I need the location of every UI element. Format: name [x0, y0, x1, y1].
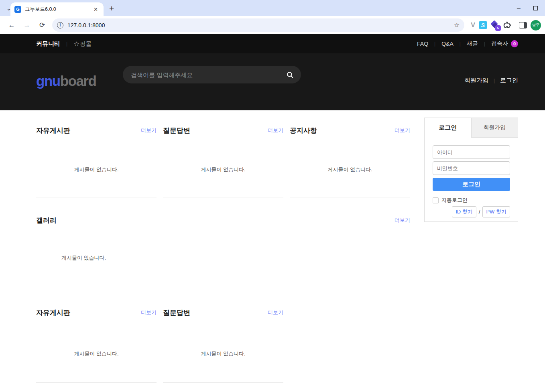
address-bar[interactable]: i 127.0.0.1:8000 ☆ — [52, 18, 464, 32]
logo-board: board — [60, 73, 96, 89]
tab-title: 그누보드6.0.0 — [25, 6, 92, 13]
extension-count-badge: 5 — [495, 25, 501, 31]
more-link[interactable]: 더보기 — [395, 217, 410, 224]
board-section-notice: 공지사항 더보기 게시물이 없습니다. — [290, 126, 410, 197]
login-submit-button[interactable]: 로그인 — [433, 178, 510, 191]
tab-login[interactable]: 로그인 — [425, 118, 471, 138]
section-title: 질문답변 — [163, 308, 190, 317]
back-button[interactable]: ← — [6, 21, 17, 29]
browser-tab-bar: ⌄ G 그누보드6.0.0 ✕ + – — [0, 0, 545, 16]
auto-login-checkbox[interactable] — [433, 197, 439, 203]
section-title: 자유게시판 — [36, 308, 70, 317]
nav-community[interactable]: 커뮤니티 — [36, 40, 60, 48]
site-top-nav: 커뮤니티 | 쇼핑몰 FAQ | Q&A | 새글 | 접속자 0 — [0, 34, 545, 53]
new-tab-button[interactable]: + — [109, 4, 114, 12]
stacked-extension-icon[interactable]: 5 — [491, 21, 500, 30]
board-row-1: 자유게시판 더보기 게시물이 없습니다. 질문답변 더보기 게시물이 없습니다.… — [36, 126, 410, 197]
nav-separator: | — [66, 41, 67, 47]
find-pw-button[interactable]: PW 찾기 — [482, 206, 510, 217]
nav-shop[interactable]: 쇼핑몰 — [73, 40, 92, 48]
site-header: gnuboard 회원가입 | 로그인 — [0, 53, 545, 110]
member-join-link[interactable]: 회원가입 — [464, 77, 488, 84]
reload-button[interactable]: ⟳ — [37, 21, 48, 29]
chevron-down-icon: ⌄ — [6, 5, 12, 12]
search-input[interactable] — [131, 71, 286, 78]
nav-new-posts[interactable]: 새글 — [467, 40, 478, 47]
toolbar-divider — [515, 21, 515, 29]
section-title: 갤러리 — [36, 216, 57, 225]
profile-avatar[interactable]: 남주 — [531, 20, 541, 30]
find-id-button[interactable]: ID 찾기 — [452, 206, 476, 217]
favicon-icon: G — [14, 6, 21, 13]
site-search-bar — [123, 66, 301, 83]
login-password-field[interactable] — [433, 161, 510, 175]
gallery-section: 갤러리 더보기 게시물이 없습니다. — [36, 216, 410, 303]
logo-gnu: gnu — [36, 73, 60, 89]
side-panel-icon[interactable] — [519, 22, 527, 28]
login-panel-tabs: 로그인 회원가입 — [425, 118, 518, 138]
nav-left: 커뮤니티 | 쇼핑몰 — [36, 40, 417, 48]
login-link[interactable]: 로그인 — [500, 77, 518, 84]
vue-extension-icon[interactable]: V — [471, 22, 475, 29]
nav-separator: | — [434, 41, 435, 47]
forward-button[interactable]: → — [21, 21, 33, 29]
section-title: 공지사항 — [290, 126, 317, 135]
empty-message: 게시물이 없습니다. — [36, 254, 410, 262]
find-account-row: ID 찾기 / PW 찾기 — [433, 206, 510, 217]
bookmark-star-icon[interactable]: ☆ — [454, 21, 460, 29]
more-link[interactable]: 더보기 — [141, 127, 157, 134]
search-icon — [286, 71, 294, 79]
empty-message: 게시물이 없습니다. — [290, 166, 410, 173]
board-column: 자유게시판 더보기 게시물이 없습니다. 질문답변 더보기 게시물이 없습니다.… — [36, 118, 410, 383]
more-link[interactable]: 더보기 — [268, 309, 283, 316]
extension-area: V S 5 남주 — [471, 20, 541, 30]
visitor-count-badge: 0 — [511, 40, 518, 47]
board-row-2: 자유게시판 더보기 게시물이 없습니다. 질문답변 더보기 게시물이 없습니다. — [36, 309, 410, 383]
tab-search-button[interactable]: ⌄ — [4, 4, 14, 13]
board-section-qa-2: 질문답변 더보기 게시물이 없습니다. — [163, 309, 283, 383]
site-info-icon[interactable]: i — [57, 22, 63, 28]
empty-message: 게시물이 없습니다. — [163, 350, 283, 357]
more-link[interactable]: 더보기 — [395, 127, 410, 134]
nav-separator: | — [484, 41, 485, 47]
login-panel: 로그인 회원가입 로그인 자동로그인 ID 찾기 / PW 찾기 — [424, 118, 518, 222]
empty-message: 게시물이 없습니다. — [163, 166, 283, 173]
board-section-free: 자유게시판 더보기 게시물이 없습니다. — [36, 126, 157, 197]
url-text[interactable]: 127.0.0.1:8000 — [67, 22, 454, 28]
find-slash: / — [479, 209, 480, 215]
header-member-links: 회원가입 | 로그인 — [464, 77, 518, 84]
extensions-puzzle-icon[interactable] — [503, 21, 511, 29]
more-link[interactable]: 더보기 — [268, 127, 283, 134]
search-button[interactable] — [286, 71, 294, 79]
board-section-qa: 질문답변 더보기 게시물이 없습니다. — [163, 126, 283, 197]
window-controls: – — [517, 0, 545, 16]
maximize-button[interactable] — [533, 6, 538, 10]
tab-join[interactable]: 회원가입 — [471, 118, 518, 138]
nav-right: FAQ | Q&A | 새글 | 접속자 0 — [417, 40, 518, 47]
nav-visitors[interactable]: 접속자 — [491, 40, 508, 47]
section-title: 자유게시판 — [36, 126, 70, 135]
nav-faq[interactable]: FAQ — [417, 41, 428, 47]
minimize-button[interactable]: – — [517, 4, 521, 12]
empty-message: 게시물이 없습니다. — [36, 350, 157, 357]
nav-qna[interactable]: Q&A — [441, 41, 453, 47]
more-link[interactable]: 더보기 — [141, 309, 157, 316]
tab-close-icon[interactable]: ✕ — [92, 6, 100, 13]
board-row2-spacer — [290, 309, 410, 383]
s-extension-icon[interactable]: S — [479, 21, 487, 29]
auto-login-row: 자동로그인 — [433, 197, 510, 204]
auto-login-label: 자동로그인 — [441, 197, 468, 204]
nav-separator: | — [460, 41, 461, 47]
section-title: 질문답변 — [163, 126, 190, 135]
empty-message: 게시물이 없습니다. — [36, 166, 157, 173]
browser-toolbar: ← → ⟳ i 127.0.0.1:8000 ☆ V S 5 남주 — [0, 16, 545, 34]
main-content: 자유게시판 더보기 게시물이 없습니다. 질문답변 더보기 게시물이 없습니다.… — [0, 110, 545, 383]
browser-tab[interactable]: G 그누보드6.0.0 ✕ — [10, 2, 104, 16]
login-id-field[interactable] — [433, 145, 510, 159]
site-logo[interactable]: gnuboard — [36, 73, 96, 89]
header-separator: | — [494, 78, 495, 83]
board-section-free-2: 자유게시판 더보기 게시물이 없습니다. — [36, 309, 157, 383]
